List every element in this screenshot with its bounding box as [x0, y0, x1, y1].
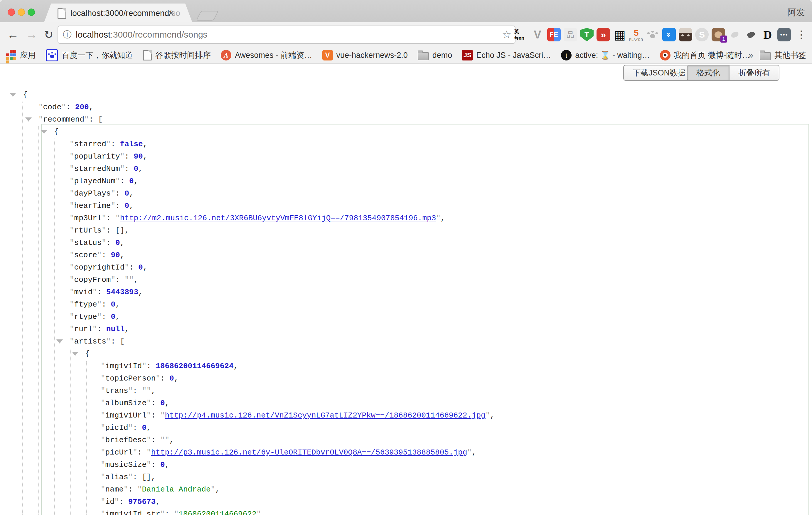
json-quote: "	[160, 510, 165, 515]
bookmark-weibo[interactable]: 我的首页 微博-随时…	[660, 50, 750, 60]
dots-extension-icon[interactable]	[777, 28, 791, 41]
json-line: "code": 200,	[0, 101, 812, 113]
json-quote: "	[69, 325, 74, 334]
json-colon: :	[133, 387, 142, 395]
json-quote: "	[111, 276, 115, 284]
window-minimize-button[interactable]	[18, 8, 25, 16]
folder-icon	[418, 52, 429, 60]
active-tab[interactable]: localhost:3000/recommend/so ×	[44, 3, 192, 22]
collapse-toggle-icon[interactable]	[10, 93, 16, 97]
bird-dark-extension-icon[interactable]	[745, 28, 758, 41]
json-colon: :	[146, 362, 155, 371]
bookmark-active-waiting[interactable]: active: ⌛ - waiting…	[561, 50, 650, 60]
json-comma: ,	[120, 238, 125, 247]
bookmark-vue-hackernews[interactable]: vue-hackernews-2.0	[322, 50, 408, 60]
json-quote: "	[102, 226, 106, 235]
bookmark-google-sort[interactable]: 谷歌按时间排序	[143, 50, 211, 60]
json-quote: "	[69, 201, 74, 210]
json-quote: "	[38, 115, 43, 124]
page-favicon-icon	[58, 8, 66, 20]
json-bracket: []	[115, 226, 124, 235]
blue-chevron-extension-icon[interactable]	[662, 28, 676, 41]
vimium-extension-icon[interactable]	[531, 28, 544, 41]
sitemap-extension-icon[interactable]	[563, 28, 577, 41]
qrcode-extension-icon[interactable]	[613, 28, 627, 41]
other-bookmarks-folder[interactable]: 其他书签	[760, 50, 806, 60]
html5-player-extension-icon[interactable]	[630, 28, 643, 41]
json-line: "ftype": 0,	[0, 298, 812, 311]
translate-extension-icon[interactable]	[514, 28, 528, 41]
fastforward-extension-icon[interactable]	[597, 28, 610, 41]
json-comma: ,	[234, 362, 238, 371]
json-quote: "	[69, 288, 74, 296]
json-line: "trans": "",	[0, 384, 812, 397]
json-link-url[interactable]: http://p4.music.126.net/VnZiScyynLG7atLI…	[165, 411, 485, 420]
collapse-all-button[interactable]: 折叠所有	[729, 65, 779, 80]
json-key: mvid	[74, 288, 92, 296]
collapse-toggle-icon[interactable]	[41, 130, 47, 134]
json-colon: :	[89, 115, 98, 124]
bookmark-star-icon[interactable]: ☆	[502, 28, 512, 41]
reload-button[interactable]: ↻	[44, 22, 53, 47]
json-quote: "	[174, 510, 179, 515]
collapse-toggle-icon[interactable]	[72, 352, 78, 356]
new-tab-button[interactable]	[196, 11, 219, 21]
json-quote: "	[115, 497, 119, 506]
download-json-button[interactable]: 下载JSON数据	[623, 65, 695, 81]
page-info-icon[interactable]: ⓘ	[63, 29, 71, 41]
json-quote: "	[101, 411, 106, 420]
shield-t-extension-icon[interactable]	[580, 28, 593, 41]
json-quote: "	[101, 485, 106, 494]
fe-extension-icon[interactable]	[547, 28, 561, 41]
paw-extension-icon[interactable]	[646, 28, 659, 41]
s-extension-icon[interactable]	[695, 28, 709, 41]
bookmark-echojs[interactable]: Echo JS - JavaScri…	[462, 50, 551, 60]
json-number: 200	[75, 103, 89, 112]
json-comma: ,	[151, 387, 156, 395]
window-close-button[interactable]	[8, 8, 15, 16]
json-line: "img1v1Id": 18686200114669624,	[0, 360, 812, 372]
bookmark-baidu[interactable]: 百度一下，你就知道	[46, 49, 133, 61]
json-comma: ,	[169, 436, 174, 445]
json-quote: "	[101, 510, 106, 515]
bookmarks-overflow-icon[interactable]: »	[748, 50, 753, 60]
tampermonkey-extension-icon[interactable]: 1	[712, 28, 725, 41]
bookmark-vue-hackernews-label: vue-hackernews-2.0	[337, 51, 408, 60]
json-quote: "	[69, 226, 74, 235]
json-quote: "	[69, 300, 74, 309]
json-colon: :	[97, 325, 106, 334]
collapse-toggle-icon[interactable]	[56, 339, 63, 344]
window-zoom-button[interactable]	[28, 8, 35, 16]
bookmark-apps[interactable]: 应用	[6, 50, 36, 60]
json-key: albumSize	[106, 399, 146, 407]
json-number: 0	[124, 189, 129, 198]
json-link-url[interactable]: http://p3.music.126.net/6y-UleORITEDbvrO…	[151, 448, 467, 457]
json-comma: ,	[155, 497, 160, 506]
json-quote: "	[146, 448, 151, 457]
json-quote: "	[257, 510, 261, 515]
bookmark-demo-folder[interactable]: demo	[418, 50, 453, 60]
json-line: "mvid": 5443893,	[0, 286, 812, 298]
format-button[interactable]: 格式化	[688, 65, 729, 80]
profile-name[interactable]: 阿发	[787, 6, 805, 19]
json-line: "picUrl": "http://p3.music.126.net/6y-Ul…	[0, 446, 812, 459]
collapse-toggle-icon[interactable]	[25, 117, 32, 121]
jsred-icon	[462, 50, 473, 60]
browser-menu-icon[interactable]: ⋮	[796, 22, 807, 47]
json-key: picUrl	[106, 448, 133, 457]
tab-close-icon[interactable]: ×	[168, 8, 174, 18]
json-link-url[interactable]: http://m2.music.126.net/3XR6BU6yvtyVmFE8…	[120, 214, 436, 223]
bookmark-awesomes[interactable]: Awesomes - 前端资…	[221, 50, 312, 60]
json-bracket: [	[120, 337, 125, 346]
darkreader-extension-icon[interactable]	[761, 28, 775, 41]
json-line: "id": 975673,	[0, 496, 812, 508]
address-bar[interactable]: ⓘ localhost :3000/recommend/songs ☆	[58, 26, 516, 44]
bird-light-extension-icon[interactable]	[728, 28, 742, 41]
mask-extension-icon[interactable]	[679, 28, 692, 41]
json-quote: "	[128, 473, 133, 482]
browser-toolbar: ← → ↻ ⓘ localhost :3000/recommend/songs …	[0, 22, 812, 47]
back-button[interactable]: ←	[7, 22, 19, 47]
json-quote: "	[111, 189, 115, 198]
json-line: "copyrightId": 0,	[0, 261, 812, 274]
json-line: "recommend": [	[0, 113, 812, 126]
